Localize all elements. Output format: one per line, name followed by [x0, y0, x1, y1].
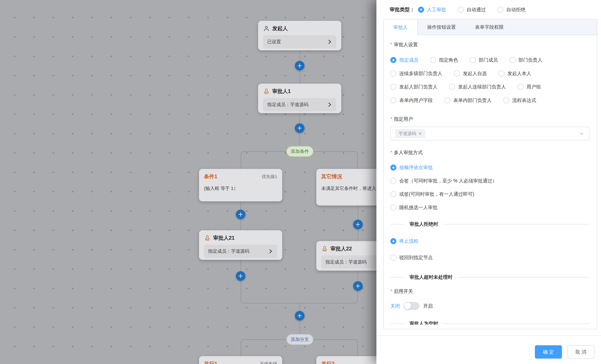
radio-initiator-self[interactable]: 发起人本人 — [499, 70, 531, 77]
condition-expression: 未满足其它条件时，将进入此分支 — [321, 184, 376, 192]
node-title: 并行2 — [321, 360, 335, 364]
add-branch-button[interactable]: 添加分支 — [286, 334, 314, 345]
confirm-button[interactable]: 确 定 — [535, 345, 562, 359]
node-approver22-config[interactable]: 指定成员：芋道源码 — [321, 255, 376, 269]
node-title: 并行1 — [204, 360, 217, 364]
add-node-button[interactable] — [353, 220, 363, 229]
radio-icon — [470, 57, 476, 63]
add-node-button[interactable] — [295, 61, 304, 71]
radio-multi-level-dept-leader[interactable]: 连续多级部门负责人 — [390, 70, 442, 77]
radio-icon — [390, 164, 396, 171]
add-node-button[interactable] — [295, 123, 304, 133]
radio-user-group[interactable]: 用户组 — [518, 84, 541, 90]
radio-icon — [454, 71, 460, 77]
enable-switch-toggle[interactable] — [404, 302, 420, 310]
radio-auto-approve[interactable]: 自动通过 — [458, 6, 486, 13]
tab-approver[interactable]: 审批人 — [384, 19, 418, 35]
radio-icon — [497, 7, 503, 13]
node-status: 指定成员：芋道源码 — [325, 259, 367, 265]
chevron-right-icon — [327, 102, 332, 107]
node-status: 已设置 — [267, 39, 281, 45]
radio-icon — [458, 7, 464, 13]
required-asterisk: * — [390, 289, 392, 294]
tab-button-settings[interactable]: 操作按钮设置 — [418, 19, 465, 35]
radio-sequential-approval[interactable]: 按顺序依次审批 — [390, 164, 589, 171]
add-node-button[interactable] — [353, 281, 363, 291]
node-condition-else[interactable]: 其它情况 优先级2 未满足其它条件时，将进入此分支 — [316, 169, 376, 205]
radio-form-dept-leader[interactable]: 表单内部门负责人 — [444, 97, 492, 104]
node-parallel2[interactable]: 并行2 无优先级 — [316, 356, 376, 364]
radio-sequential-approval-row: 按顺序依次审批 — [390, 164, 589, 171]
radio-terminate-process[interactable]: 终止流程 — [390, 238, 589, 244]
footer-divider — [376, 335, 601, 336]
tab-form-field-permissions[interactable]: 表单字段权限 — [465, 19, 513, 35]
node-approver22[interactable]: 审批人22 指定成员：芋道源码 — [316, 241, 376, 271]
cancel-button[interactable]: 取 消 — [567, 345, 594, 359]
radio-assigned-member[interactable]: 指定成员 — [390, 57, 418, 63]
switch-on-label: 开启 — [423, 303, 433, 309]
flow-canvas[interactable]: 发起人 已设置 审批人 — [0, 0, 376, 364]
tag-close-icon[interactable] — [418, 132, 422, 135]
radio-process-expression[interactable]: 流程表达式 — [503, 97, 536, 104]
required-asterisk: * — [390, 116, 392, 122]
approver-setting-row1: 指定成员 指定角色 部门成员 部门负责人 — [390, 57, 589, 63]
radio-auto-reject[interactable]: 自动拒绝 — [497, 6, 526, 13]
node-parallel1[interactable]: 并行1 无优先级 — [199, 356, 282, 364]
approver-setting-label: * 审批人设置 — [390, 41, 589, 48]
divider-line — [390, 277, 404, 277]
node-title: 发起人 — [272, 25, 288, 32]
approver-setting-row4: 表单内用户字段 表单内部门负责人 流程表达式 — [390, 97, 589, 104]
radio-assigned-role[interactable]: 指定角色 — [430, 57, 458, 63]
radio-dept-leader[interactable]: 部门负责人 — [510, 57, 542, 63]
radio-icon — [449, 84, 455, 90]
required-asterisk: * — [390, 42, 392, 47]
radio-initiator-dept-leader[interactable]: 发起人部门负责人 — [390, 84, 438, 90]
node-title: 审批人21 — [213, 234, 235, 241]
assign-user-select[interactable]: 芋道源码 — [390, 127, 589, 140]
radio-initiator-multi-dept-leader[interactable]: 发起人连续部门负责人 — [449, 84, 506, 90]
radio-or-sign[interactable]: 或签(可同时审批，有一人通过即可) — [390, 191, 589, 197]
priority-badge: 无优先级 — [260, 361, 277, 364]
stamp-icon — [321, 245, 328, 252]
radio-icon — [418, 7, 424, 13]
radio-random-one[interactable]: 随机挑选一人审批 — [390, 204, 589, 211]
node-status: 指定成员：芋道源码 — [267, 101, 308, 108]
add-condition-label: 添加条件 — [291, 148, 309, 154]
radio-form-user-field[interactable]: 表单内用户字段 — [390, 97, 433, 104]
node-start-config[interactable]: 已设置 — [263, 35, 336, 49]
node-title: 其它情况 — [321, 173, 342, 180]
plus-icon — [355, 283, 361, 289]
node-approver1[interactable]: 审批人1 指定成员：芋道源码 — [258, 84, 341, 113]
radio-countersign[interactable]: 会签（可同时审批，至少 % 人必须审批通过） — [390, 178, 589, 184]
connector-line — [358, 270, 358, 277]
plus-icon — [238, 273, 243, 279]
radio-or-sign-row: 或签(可同时审批，有一人通过即可) — [390, 191, 589, 197]
radio-icon — [390, 84, 396, 90]
radio-dept-member[interactable]: 部门成员 — [470, 57, 498, 63]
radio-icon — [503, 97, 509, 103]
node-approver21-config[interactable]: 指定成员：芋道源码 — [204, 245, 277, 258]
node-condition1[interactable]: 条件1 优先级1 (输入框 等于 1） — [199, 169, 282, 201]
plus-icon — [355, 222, 361, 227]
node-approver1-config[interactable]: 指定成员：芋道源码 — [263, 98, 336, 111]
node-start[interactable]: 发起人 已设置 — [258, 21, 341, 50]
person-icon — [263, 25, 270, 32]
tab-body-scroll-area[interactable]: * 审批人设置 指定成员 指定角色 部门成员 部门负责人 连续多级部门负责人 发… — [384, 35, 597, 325]
radio-icon — [444, 97, 451, 103]
radio-return-to-node[interactable]: 驳回到指定节点 — [390, 254, 589, 261]
workflow-designer: 发起人 已设置 审批人 — [0, 0, 601, 364]
add-node-button[interactable] — [236, 271, 245, 281]
radio-manual-approval[interactable]: 人工审批 — [418, 6, 446, 13]
add-branch-label: 添加分支 — [291, 336, 309, 343]
radio-icon — [390, 71, 396, 77]
node-approver21[interactable]: 审批人21 指定成员：芋道源码 — [199, 230, 282, 260]
add-condition-button[interactable]: 添加条件 — [286, 146, 314, 157]
stamp-icon — [204, 235, 211, 241]
radio-countersign-row: 会签（可同时审批，至少 % 人必须审批通过） — [390, 178, 589, 184]
approval-config-drawer: 审批类型： 人工审批 自动通过 自动拒绝 审批人 操作按钮设置 — [376, 0, 601, 364]
add-node-button[interactable] — [295, 311, 304, 321]
radio-initiator-select[interactable]: 发起人自选 — [454, 70, 487, 77]
add-node-button[interactable] — [236, 210, 245, 219]
approver-setting-row3: 发起人部门负责人 发起人连续部门负责人 用户组 — [390, 84, 589, 90]
radio-return-node-row: 驳回到指定节点 — [390, 254, 589, 261]
